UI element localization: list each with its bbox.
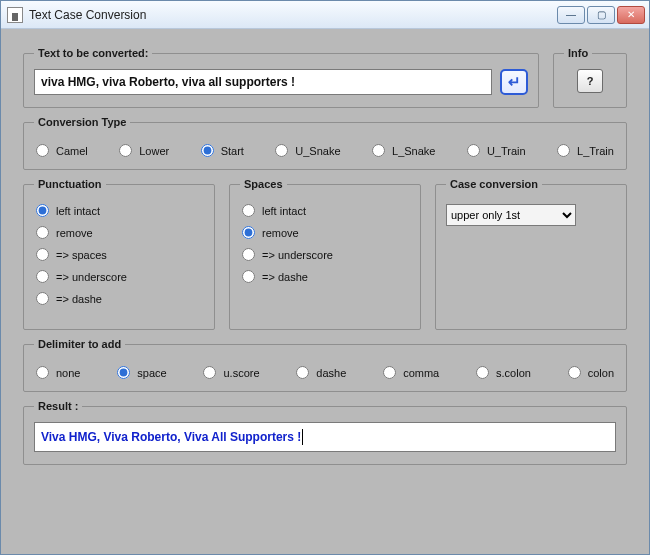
- result-legend: Result :: [34, 400, 82, 412]
- window-controls: — ▢ ✕: [557, 6, 645, 24]
- spaces-radio-left-intact[interactable]: [242, 204, 255, 217]
- conversion-type-radio-camel[interactable]: [36, 144, 49, 157]
- conversion-type-label-l-snake: L_Snake: [392, 145, 435, 157]
- delimiter-option-dashe[interactable]: dashe: [296, 366, 346, 379]
- punctuation-option-spaces[interactable]: => spaces: [36, 248, 204, 261]
- punctuation-option-remove[interactable]: remove: [36, 226, 204, 239]
- enter-icon: ↵: [508, 73, 521, 91]
- conversion-type-option-l-snake[interactable]: L_Snake: [372, 144, 435, 157]
- punctuation-label-dashe: => dashe: [56, 293, 102, 305]
- spaces-option-underscore[interactable]: => underscore: [242, 248, 410, 261]
- conversion-type-legend: Conversion Type: [34, 116, 130, 128]
- delimiter-label-u-score: u.score: [223, 367, 259, 379]
- conversion-type-group: Conversion Type CamelLowerStartU_SnakeL_…: [23, 116, 627, 170]
- conversion-type-option-start[interactable]: Start: [201, 144, 244, 157]
- punctuation-label-left-intact: left intact: [56, 205, 100, 217]
- conversion-type-option-u-train[interactable]: U_Train: [467, 144, 526, 157]
- delimiter-group: Delimiter to add nonespaceu.scoredasheco…: [23, 338, 627, 392]
- case-conversion-select[interactable]: upper only 1st: [446, 204, 576, 226]
- punctuation-group: Punctuation left intactremove=> spaces=>…: [23, 178, 215, 330]
- close-button[interactable]: ✕: [617, 6, 645, 24]
- spaces-radio-underscore[interactable]: [242, 248, 255, 261]
- spaces-option-left-intact[interactable]: left intact: [242, 204, 410, 217]
- info-legend: Info: [564, 47, 592, 59]
- punctuation-label-remove: remove: [56, 227, 93, 239]
- punctuation-radio-dashe[interactable]: [36, 292, 49, 305]
- punctuation-radio-underscore[interactable]: [36, 270, 49, 283]
- delimiter-option-comma[interactable]: comma: [383, 366, 439, 379]
- spaces-label-dashe: => dashe: [262, 271, 308, 283]
- case-conversion-group: Case conversion upper only 1st: [435, 178, 627, 330]
- delimiter-radio-colon[interactable]: [568, 366, 581, 379]
- text-input[interactable]: [34, 69, 492, 95]
- spaces-label-left-intact: left intact: [262, 205, 306, 217]
- conversion-type-option-lower[interactable]: Lower: [119, 144, 169, 157]
- punctuation-radio-spaces[interactable]: [36, 248, 49, 261]
- delimiter-label-space: space: [137, 367, 166, 379]
- conversion-type-radio-start[interactable]: [201, 144, 214, 157]
- app-window: Text Case Conversion — ▢ ✕ Text to be co…: [0, 0, 650, 555]
- conversion-type-label-lower: Lower: [139, 145, 169, 157]
- punctuation-option-underscore[interactable]: => underscore: [36, 270, 204, 283]
- conversion-type-radio-u-train[interactable]: [467, 144, 480, 157]
- info-group: Info ?: [553, 47, 627, 108]
- delimiter-label-s-colon: s.colon: [496, 367, 531, 379]
- punctuation-option-left-intact[interactable]: left intact: [36, 204, 204, 217]
- conversion-type-label-camel: Camel: [56, 145, 88, 157]
- spaces-label-remove: remove: [262, 227, 299, 239]
- delimiter-option-none[interactable]: none: [36, 366, 80, 379]
- punctuation-radio-remove[interactable]: [36, 226, 49, 239]
- conversion-type-label-l-train: L_Train: [577, 145, 614, 157]
- delimiter-label-colon: colon: [588, 367, 614, 379]
- delimiter-radio-space[interactable]: [117, 366, 130, 379]
- conversion-type-label-u-train: U_Train: [487, 145, 526, 157]
- conversion-type-option-camel[interactable]: Camel: [36, 144, 88, 157]
- conversion-type-option-u-snake[interactable]: U_Snake: [275, 144, 340, 157]
- punctuation-label-underscore: => underscore: [56, 271, 127, 283]
- conversion-type-radio-lower[interactable]: [119, 144, 132, 157]
- spaces-option-dashe[interactable]: => dashe: [242, 270, 410, 283]
- input-legend: Text to be converted:: [34, 47, 152, 59]
- punctuation-label-spaces: => spaces: [56, 249, 107, 261]
- delimiter-option-s-colon[interactable]: s.colon: [476, 366, 531, 379]
- delimiter-radio-s-colon[interactable]: [476, 366, 489, 379]
- conversion-type-radio-l-snake[interactable]: [372, 144, 385, 157]
- spaces-label-underscore: => underscore: [262, 249, 333, 261]
- input-group: Text to be converted: ↵: [23, 47, 539, 108]
- maximize-button[interactable]: ▢: [587, 6, 615, 24]
- app-icon: [7, 7, 23, 23]
- conversion-type-radio-u-snake[interactable]: [275, 144, 288, 157]
- conversion-type-radio-l-train[interactable]: [557, 144, 570, 157]
- conversion-type-label-start: Start: [221, 145, 244, 157]
- spaces-legend: Spaces: [240, 178, 287, 190]
- spaces-radio-remove[interactable]: [242, 226, 255, 239]
- delimiter-option-u-score[interactable]: u.score: [203, 366, 259, 379]
- delimiter-legend: Delimiter to add: [34, 338, 125, 350]
- enter-button[interactable]: ↵: [500, 69, 528, 95]
- delimiter-label-dashe: dashe: [316, 367, 346, 379]
- delimiter-label-comma: comma: [403, 367, 439, 379]
- delimiter-radio-dashe[interactable]: [296, 366, 309, 379]
- spaces-option-remove[interactable]: remove: [242, 226, 410, 239]
- delimiter-option-space[interactable]: space: [117, 366, 166, 379]
- punctuation-option-dashe[interactable]: => dashe: [36, 292, 204, 305]
- delimiter-label-none: none: [56, 367, 80, 379]
- minimize-button[interactable]: —: [557, 6, 585, 24]
- spaces-group: Spaces left intactremove=> underscore=> …: [229, 178, 421, 330]
- info-button[interactable]: ?: [577, 69, 603, 93]
- conversion-type-option-l-train[interactable]: L_Train: [557, 144, 614, 157]
- punctuation-radio-left-intact[interactable]: [36, 204, 49, 217]
- delimiter-radio-none[interactable]: [36, 366, 49, 379]
- result-output: Viva HMG, Viva Roberto, Viva All Support…: [34, 422, 616, 452]
- delimiter-radio-comma[interactable]: [383, 366, 396, 379]
- spaces-radio-dashe[interactable]: [242, 270, 255, 283]
- case-conversion-legend: Case conversion: [446, 178, 542, 190]
- punctuation-legend: Punctuation: [34, 178, 106, 190]
- client-area: Text to be converted: ↵ Info ? Conversio…: [1, 29, 649, 554]
- delimiter-option-colon[interactable]: colon: [568, 366, 614, 379]
- result-group: Result : Viva HMG, Viva Roberto, Viva Al…: [23, 400, 627, 465]
- titlebar[interactable]: Text Case Conversion — ▢ ✕: [1, 1, 649, 29]
- delimiter-radio-u-score[interactable]: [203, 366, 216, 379]
- window-title: Text Case Conversion: [29, 8, 551, 22]
- conversion-type-label-u-snake: U_Snake: [295, 145, 340, 157]
